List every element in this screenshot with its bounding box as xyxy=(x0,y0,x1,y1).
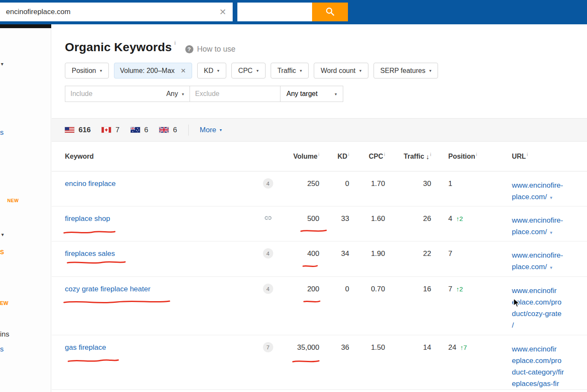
cpc-value: 1.60 xyxy=(349,215,385,223)
country-tab-gb[interactable]: 6 xyxy=(159,126,177,134)
col-header-traffic[interactable]: Traffic↓i xyxy=(385,152,431,160)
sidebar-caret-icon[interactable]: ▾ xyxy=(1,61,3,67)
sidebar-caret-icon[interactable]: ▾ xyxy=(1,232,4,238)
australia-flag-icon xyxy=(131,127,140,133)
col-header-volume[interactable]: Volumei xyxy=(280,152,319,160)
serp-count-badge[interactable]: 7 xyxy=(263,342,273,352)
keyword-link[interactable]: gas fireplace xyxy=(65,343,106,351)
title-info-icon[interactable]: i xyxy=(175,40,176,46)
col-header-url[interactable]: URLi xyxy=(506,152,587,160)
up-arrow-icon: ↑ xyxy=(456,285,459,293)
serp-count-badge[interactable]: 4 xyxy=(263,178,273,189)
url-cell: www.encinofir eplace.com/pro duct-catego… xyxy=(506,343,587,389)
serp-count-badge[interactable]: 4 xyxy=(263,248,273,258)
url-link[interactable]: duct-category/fir xyxy=(512,368,564,376)
col-header-keyword[interactable]: Keyword xyxy=(52,153,256,160)
filter-traffic-button[interactable]: Traffic ▾ xyxy=(271,63,309,78)
filter-label: Word count xyxy=(321,67,356,75)
search-button[interactable] xyxy=(312,3,348,21)
keyword-link[interactable]: encino fireplace xyxy=(65,180,116,188)
url-link[interactable]: www.encinofire- xyxy=(512,181,563,189)
secondary-search-input[interactable] xyxy=(237,3,312,21)
any-target-dropdown[interactable]: Any target ▾ xyxy=(280,86,343,102)
filter-word-count-button[interactable]: Word count ▾ xyxy=(314,63,368,78)
left-sidebar: ▾ s NEW ▾ S EW ins s xyxy=(0,24,51,392)
backlink-chain-icon[interactable] xyxy=(264,214,272,224)
position-value: 7 xyxy=(448,285,452,293)
url-link[interactable]: www.encinofire- xyxy=(512,216,563,224)
red-underline-annotation xyxy=(303,299,321,304)
table-row: cozy grate fireplace heater 4 200 0 0.70… xyxy=(52,277,587,335)
url-link[interactable]: duct/cozy-grate xyxy=(512,310,561,318)
remove-filter-icon[interactable]: ✕ xyxy=(181,67,186,75)
sidebar-new-badge: EW xyxy=(0,300,8,306)
up-arrow-icon: ↑ xyxy=(460,344,464,352)
sidebar-item-fragment[interactable]: S xyxy=(0,249,4,256)
table-row: encino fireplace 4 250 0 1.70 30 1 www.e… xyxy=(52,171,587,206)
filter-label: Traffic xyxy=(277,67,296,75)
cpc-value: 0.70 xyxy=(349,285,385,293)
url-dropdown-caret-icon[interactable]: ▾ xyxy=(550,265,552,270)
url-link[interactable]: www.encinofir xyxy=(512,287,557,295)
url-link[interactable]: eplaces/gas-fir xyxy=(512,380,559,388)
col-header-kd[interactable]: KDi xyxy=(319,152,349,160)
col-header-cpc[interactable]: CPCi xyxy=(349,152,385,160)
domain-search-input[interactable] xyxy=(0,3,213,21)
active-volume-filter-chip[interactable]: Volume: 200–Max ✕ xyxy=(114,63,192,78)
keyword-link[interactable]: fireplace shop xyxy=(65,215,110,223)
url-link[interactable]: eplace.com/pro xyxy=(512,298,561,306)
sidebar-dark-strip xyxy=(0,24,51,28)
exclude-input[interactable] xyxy=(190,86,280,102)
url-link[interactable]: / xyxy=(512,321,514,329)
country-tab-us[interactable]: 616 xyxy=(65,126,91,134)
filter-cpc-button[interactable]: CPC ▾ xyxy=(231,63,266,78)
url-cell: www.encinofir eplace.com/pro duct/cozy-g… xyxy=(506,285,587,331)
table-header-row: Keyword Volumei KDi CPCi Traffic↓i Posit… xyxy=(52,142,587,171)
filter-serp-features-button[interactable]: SERP features ▾ xyxy=(374,63,438,78)
country-count: 7 xyxy=(115,126,119,134)
url-dropdown-caret-icon[interactable]: ▾ xyxy=(550,195,552,200)
filter-position-button[interactable]: Position ▾ xyxy=(65,63,109,78)
url-link[interactable]: place.com/ xyxy=(512,228,547,236)
red-underline-annotation xyxy=(63,230,116,235)
position-change: ↑7 xyxy=(460,343,467,352)
volume-value: 200 xyxy=(280,285,319,293)
more-countries-dropdown[interactable]: More ▾ xyxy=(200,126,222,134)
url-link[interactable]: place.com/ xyxy=(512,263,547,271)
traffic-value: 30 xyxy=(385,180,431,188)
caret-down-icon: ▾ xyxy=(300,68,302,73)
keyword-link[interactable]: cozy grate fireplace heater xyxy=(65,285,150,293)
url-link[interactable]: www.encinofir xyxy=(512,345,557,353)
more-label: More xyxy=(200,126,216,134)
filter-label: KD xyxy=(204,67,213,75)
include-input[interactable] xyxy=(65,90,161,98)
url-link[interactable]: www.encinofire- xyxy=(512,251,563,259)
red-underline-annotation xyxy=(63,299,171,305)
table-row: fireplaces sales 4 400 34 1.90 22 7 www.… xyxy=(52,241,587,277)
col-label: URL xyxy=(512,153,526,160)
any-target-label: Any target xyxy=(286,90,318,98)
country-tab-au[interactable]: 6 xyxy=(131,126,148,134)
serp-count-badge[interactable]: 4 xyxy=(263,284,273,294)
sidebar-item-fragment[interactable]: s xyxy=(0,128,4,137)
country-tab-ca[interactable]: 7 xyxy=(102,126,119,134)
url-link[interactable]: eplace.com/pro xyxy=(512,357,561,365)
url-cell: www.encinofire- place.com/▾ xyxy=(506,180,587,203)
how-to-use-link[interactable]: ? How to use xyxy=(185,45,236,54)
info-icon: i xyxy=(527,152,528,157)
filter-kd-button[interactable]: KD ▾ xyxy=(197,63,226,78)
url-link[interactable]: place.com/ xyxy=(512,193,547,201)
sidebar-item-fragment[interactable]: ins xyxy=(0,330,9,339)
include-any-dropdown[interactable]: Any ▾ xyxy=(161,90,190,98)
clear-search-icon[interactable]: ✕ xyxy=(213,3,233,21)
red-underline-annotation xyxy=(300,229,327,234)
caret-down-icon: ▾ xyxy=(359,68,362,73)
keyword-link[interactable]: fireplaces sales xyxy=(65,250,115,258)
red-underline-annotation xyxy=(302,264,318,269)
domain-search-box: ✕ xyxy=(0,3,233,21)
col-label: Traffic xyxy=(404,153,424,160)
url-dropdown-caret-icon[interactable]: ▾ xyxy=(550,230,552,235)
kd-value: 36 xyxy=(319,343,349,352)
col-header-position[interactable]: Positioni xyxy=(431,152,506,160)
sidebar-item-fragment[interactable]: s xyxy=(0,345,4,354)
